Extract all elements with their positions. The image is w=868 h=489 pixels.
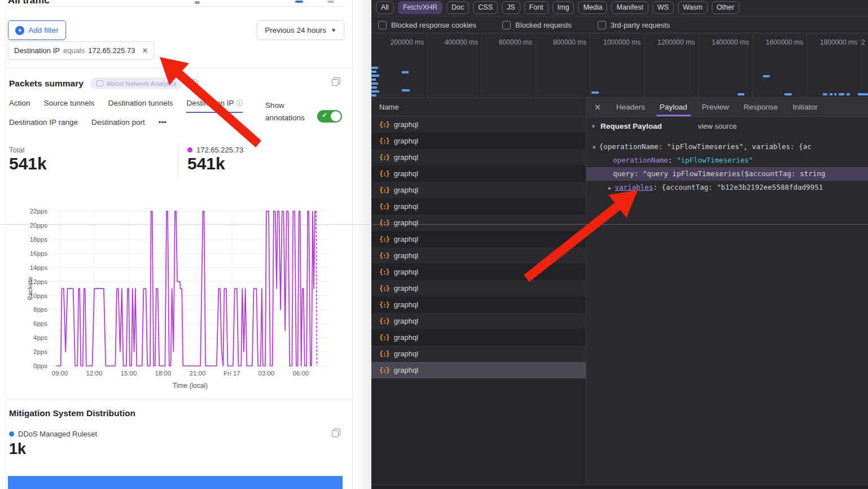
request-name: graphql: [394, 350, 418, 358]
svg-text:14pps: 14pps: [30, 264, 48, 271]
request-row[interactable]: {:}graphql: [371, 264, 586, 280]
section-divider: [6, 399, 352, 399]
request-name: graphql: [394, 137, 418, 145]
payload-line[interactable]: query: "query ipFlowTimeseries($accountT…: [586, 167, 868, 181]
filter-pill-media[interactable]: Media: [578, 1, 607, 14]
cutoff-toolbar-icon: [327, 1, 334, 3]
filter-pill-all[interactable]: All: [376, 1, 394, 14]
window-gap: [353, 0, 371, 489]
add-filter-button[interactable]: + Add filter: [8, 20, 66, 40]
tab-action[interactable]: Action: [9, 99, 30, 113]
request-row[interactable]: {:}graphql: [371, 116, 586, 133]
filter-pill-font[interactable]: Font: [524, 1, 549, 14]
checkbox-3rd-party-requests[interactable]: 3rd-party requests: [598, 21, 670, 29]
capture-artifact-line: [0, 224, 868, 225]
triangle-down-icon[interactable]: ▼: [593, 145, 595, 150]
page-title: All traffic: [8, 0, 50, 6]
json-icon: {:}: [379, 154, 389, 161]
request-row[interactable]: {:}graphql: [371, 247, 586, 264]
tab-destination-port[interactable]: Destination port: [91, 118, 145, 130]
close-icon[interactable]: ✕: [586, 103, 609, 112]
tab--[interactable]: •••: [159, 118, 166, 130]
detail-tab-payload[interactable]: Payload: [652, 98, 695, 116]
request-row[interactable]: {:}graphql: [371, 329, 586, 346]
checkbox-blocked-response-cookies[interactable]: Blocked response cookies: [378, 21, 476, 29]
request-row[interactable]: {:}graphql: [371, 313, 586, 329]
svg-text:4pps: 4pps: [33, 334, 47, 341]
request-row[interactable]: {:}graphql: [371, 231, 586, 247]
filter-pill-wasm[interactable]: Wasm: [678, 1, 708, 14]
filter-field: Destination IP: [14, 46, 60, 55]
packets-timeseries-chart[interactable]: 09:0012:0015:0018:0021:00Fri 1703:0006:0…: [0, 191, 353, 394]
tab-destination-ip-range[interactable]: Destination IP range: [9, 118, 78, 130]
request-payload-section-header[interactable]: ▼ Request Payload view source: [591, 122, 737, 130]
request-payload-tree[interactable]: ▼{operationName: "ipFlowTimeseries", var…: [586, 140, 868, 309]
request-row[interactable]: {:}graphql: [371, 182, 586, 198]
payload-line[interactable]: operationName: "ipFlowTimeseries": [586, 154, 868, 167]
mitigation-value: 1k: [9, 440, 26, 458]
request-row[interactable]: {:}graphql: [371, 198, 586, 215]
tab-source-tunnels[interactable]: Source tunnels: [44, 99, 95, 113]
detail-tab-preview[interactable]: Preview: [695, 98, 737, 116]
detail-tab-headers[interactable]: Headers: [609, 98, 652, 116]
docs-icon: [97, 80, 103, 86]
request-row[interactable]: {:}graphql: [371, 296, 586, 313]
filter-pill-img[interactable]: Img: [553, 1, 575, 14]
name-column-header[interactable]: Name: [371, 98, 586, 116]
request-row[interactable]: {:}graphql: [371, 215, 586, 231]
filter-pill-manifest[interactable]: Manifest: [611, 1, 648, 14]
time-range-dropdown[interactable]: Previous 24 hours ▼: [257, 20, 344, 40]
tab-destination-tunnels[interactable]: Destination tunnels: [108, 99, 173, 113]
payload-line[interactable]: ▼{operationName: "ipFlowTimeseries", var…: [586, 140, 868, 154]
about-network-analytics-badge[interactable]: About Network Analytics: [90, 77, 183, 89]
request-row[interactable]: {:}graphql: [371, 165, 586, 182]
timeline-tick-label: 200000 ms: [375, 38, 424, 46]
timeline-tick-label: 1600000 ms: [755, 38, 803, 46]
filter-operator: equals: [63, 46, 85, 55]
expand-card-icon[interactable]: [332, 429, 340, 437]
show-annotations-toggle[interactable]: ✓: [317, 110, 342, 123]
detail-tab-initiator[interactable]: Initiator: [785, 98, 825, 116]
tab-destination-ip[interactable]: Destination IPⓘ: [186, 99, 243, 113]
mitigation-bar[interactable]: [8, 476, 343, 489]
timeline-tick-label: 1200000 ms: [646, 38, 695, 46]
triangle-right-icon[interactable]: ▶: [608, 185, 611, 191]
network-overview-timeline[interactable]: 200000 ms400000 ms600000 ms800000 ms1000…: [371, 34, 868, 97]
cutoff-toolbar-icon: [295, 1, 303, 3]
filter-pill-ws[interactable]: WS: [652, 1, 674, 14]
request-name: graphql: [394, 219, 418, 227]
expand-card-icon[interactable]: [332, 77, 340, 86]
request-name: graphql: [394, 284, 418, 292]
filter-pill-other[interactable]: Other: [712, 1, 739, 14]
remove-filter-icon[interactable]: ✕: [142, 46, 148, 55]
request-filter-checkboxes: Blocked response cookiesBlocked requests…: [378, 18, 670, 32]
view-source-link[interactable]: view source: [698, 122, 737, 130]
svg-text:6pps: 6pps: [33, 320, 47, 327]
timeline-tick-label: 1000000 ms: [592, 38, 641, 46]
svg-text:8pps: 8pps: [33, 306, 47, 313]
check-icon: ✓: [322, 111, 327, 119]
request-row[interactable]: {:}graphql: [371, 280, 586, 296]
checkbox-box[interactable]: [502, 21, 511, 29]
checkbox-blocked-requests[interactable]: Blocked requests: [502, 21, 572, 29]
detail-tab-response[interactable]: Response: [737, 98, 786, 116]
request-row-selected[interactable]: {:}graphql: [371, 362, 586, 378]
request-name: graphql: [394, 120, 418, 129]
info-icon[interactable]: ⓘ: [236, 99, 243, 107]
json-icon: {:}: [379, 350, 389, 358]
filter-pill-fetch-xhr[interactable]: Fetch/XHR: [398, 1, 442, 14]
svg-text:Packets: Packets: [27, 277, 33, 300]
filter-chip[interactable]: Destination IP equals 172.65.225.73 ✕: [8, 41, 154, 60]
svg-text:18pps: 18pps: [30, 236, 48, 243]
checkbox-box[interactable]: [378, 21, 387, 29]
request-name: graphql: [394, 186, 418, 194]
filter-pill-css[interactable]: CSS: [473, 1, 498, 14]
request-row[interactable]: {:}graphql: [371, 133, 586, 149]
request-row[interactable]: {:}graphql: [371, 149, 586, 165]
payload-line[interactable]: ▶variables: {accountTag: "b12e3b2192ee55…: [586, 181, 868, 194]
request-row[interactable]: {:}graphql: [371, 346, 586, 362]
filter-pill-js[interactable]: JS: [502, 1, 520, 14]
mitigation-legend: DDoS Managed Ruleset: [9, 430, 97, 438]
checkbox-box[interactable]: [598, 21, 606, 29]
filter-pill-doc[interactable]: Doc: [446, 1, 469, 14]
